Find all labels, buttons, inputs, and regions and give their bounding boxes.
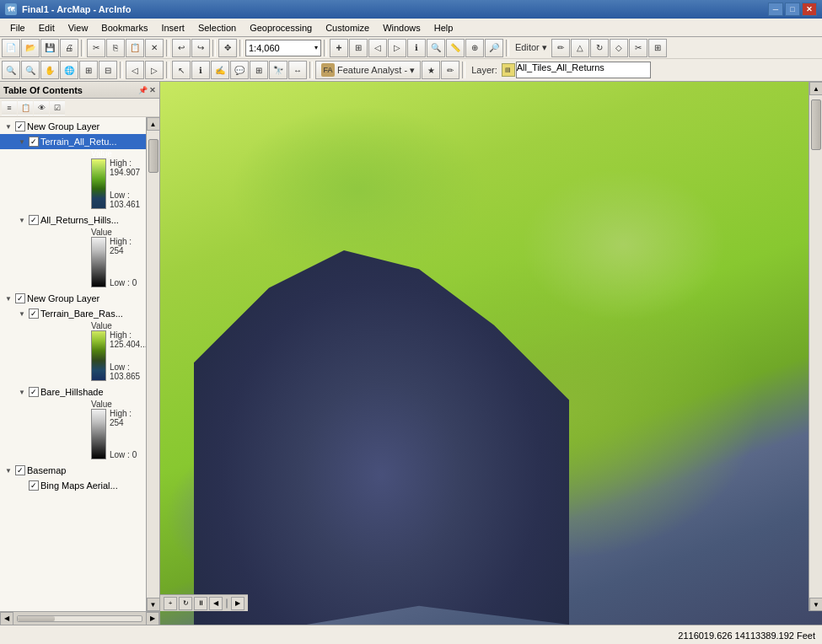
toc-scroll-up-button[interactable]: ▲ [147, 117, 160, 131]
fa-extra-button[interactable]: ★ [422, 61, 440, 79]
measure-button[interactable]: 📏 [446, 39, 465, 57]
group-layer-2-row[interactable]: ▼ New Group Layer [0, 291, 146, 306]
terrain-all-returns-row[interactable]: ▼ Terrain_All_Retu... [0, 134, 146, 149]
close-button[interactable]: ✕ [802, 3, 817, 16]
table-button[interactable]: ⊞ [250, 61, 268, 79]
toc-list-view-button[interactable]: ≡ [2, 100, 17, 115]
sketch-tool-button[interactable]: △ [571, 39, 589, 57]
find-button[interactable]: 🔎 [485, 39, 503, 57]
terrain-ar-expand-icon[interactable]: ▼ [17, 137, 27, 147]
map-refresh-button[interactable]: ↻ [179, 597, 192, 610]
group-layer-1-row[interactable]: ▼ New Group Layer [0, 119, 146, 134]
identify-button[interactable]: ℹ [407, 39, 426, 57]
binoculars-button[interactable]: 🔭 [269, 61, 287, 79]
pan-button[interactable]: ✥ [218, 39, 237, 57]
fwd-nav-button[interactable]: ▷ [145, 61, 164, 79]
toc-scroll-thumb[interactable] [148, 139, 158, 173]
map-scroll-down-button[interactable]: ▼ [809, 598, 822, 611]
all-returns-hills-row[interactable]: ▼ All_Returns_Hills... [0, 212, 146, 228]
editor-dropdown[interactable]: Editor ▾ [512, 42, 551, 53]
group-2-checkbox[interactable] [15, 293, 25, 303]
save-button[interactable]: 💾 [40, 39, 59, 57]
back-nav-button[interactable]: ◁ [126, 61, 144, 79]
swipe-button[interactable]: ↔ [288, 61, 307, 79]
all-rh-expand-icon[interactable]: ▼ [17, 215, 27, 225]
go-to-xy-button[interactable]: ⊕ [465, 39, 484, 57]
scale-input[interactable]: 1:4,060 ▾ [245, 40, 321, 56]
window-controls[interactable]: ─ □ ✕ [768, 3, 817, 16]
basemap-expand-icon[interactable]: ▼ [3, 465, 13, 475]
merge-button[interactable]: ⊞ [648, 39, 667, 57]
map-scroll-track[interactable] [809, 95, 822, 598]
fixed-zoom-out[interactable]: ⊟ [99, 61, 117, 79]
toc-visible-view-button[interactable]: 👁 [34, 100, 49, 115]
menu-file[interactable]: File [3, 21, 32, 35]
map-scroll-up-button[interactable]: ▲ [809, 82, 822, 95]
bare-h-checkbox[interactable] [29, 387, 39, 397]
toc-scroll-track[interactable] [147, 131, 159, 598]
open-button[interactable]: 📂 [21, 39, 40, 57]
zoom-full-button[interactable]: ⊞ [349, 39, 368, 57]
paste-button[interactable]: 📋 [126, 39, 144, 57]
toc-horizontal-scrollbar[interactable]: ◀ ▶ [0, 611, 159, 625]
select-button[interactable]: ↖ [172, 61, 191, 79]
delete-button[interactable]: ✕ [145, 39, 164, 57]
menu-edit[interactable]: Edit [32, 21, 62, 35]
menu-geoprocessing[interactable]: Geoprocessing [243, 21, 319, 35]
edit-tool-button[interactable]: ✏ [551, 39, 570, 57]
map-pause-button[interactable]: ⏸ [194, 597, 207, 610]
terrain-ar-checkbox[interactable] [29, 137, 39, 147]
bing-checkbox[interactable] [29, 480, 39, 491]
menu-windows[interactable]: Windows [376, 21, 427, 35]
toc-pin-button[interactable]: 📌 [138, 86, 148, 94]
terrain-bare-row[interactable]: ▼ Terrain_Bare_Ras... [0, 306, 146, 321]
group-2-expand-icon[interactable]: ▼ [3, 293, 13, 303]
menu-selection[interactable]: Selection [191, 21, 243, 35]
vertex-button[interactable]: ◇ [610, 39, 628, 57]
edit-text-button[interactable]: ✍ [211, 61, 229, 79]
zoom-out-map-button[interactable]: 🔍 [21, 61, 40, 79]
toc-scroll-left-button[interactable]: ◀ [0, 612, 13, 625]
terrain-b-checkbox[interactable] [29, 309, 39, 319]
info-button[interactable]: ℹ [191, 61, 210, 79]
map-h-scroll-track[interactable] [226, 598, 228, 609]
cut-button[interactable]: ✂ [87, 39, 105, 57]
bare-h-expand-icon[interactable]: ▼ [17, 387, 27, 397]
menu-customize[interactable]: Customize [319, 21, 376, 35]
terrain-b-expand-icon[interactable]: ▼ [17, 309, 27, 319]
bing-maps-row[interactable]: Bing Maps Aerial... [0, 478, 146, 493]
menu-insert[interactable]: Insert [154, 21, 191, 35]
toc-header-controls[interactable]: 📌 ✕ [138, 86, 156, 94]
search-button[interactable]: 🔍 [427, 39, 445, 57]
print-button[interactable]: 🖨 [60, 39, 78, 57]
bare-hillshade-row[interactable]: ▼ Bare_Hillshade [0, 384, 146, 400]
map-add-button[interactable]: + [164, 597, 177, 610]
new-map-button[interactable]: 📄 [2, 39, 20, 57]
copy-button[interactable]: ⎘ [106, 39, 125, 57]
layer-select-dropdown[interactable]: All_Tiles_All_Returns [516, 62, 651, 78]
fixed-zoom-in[interactable]: ⊞ [79, 61, 98, 79]
zoom-in-button[interactable]: + [330, 39, 348, 57]
group-1-checkbox[interactable] [15, 121, 25, 131]
globe-button[interactable]: 🌐 [60, 61, 78, 79]
redo-button[interactable]: ↪ [191, 39, 210, 57]
map-scroll-thumb[interactable] [811, 99, 821, 150]
menu-help[interactable]: Help [427, 21, 460, 35]
toc-vertical-scrollbar[interactable]: ▲ ▼ [146, 117, 159, 611]
zoom-forward-button[interactable]: ▷ [388, 39, 406, 57]
zoom-in-map-button[interactable]: 🔍 [2, 61, 20, 79]
zoom-back-button[interactable]: ◁ [368, 39, 387, 57]
toc-h-scroll-thumb[interactable] [18, 616, 55, 621]
map-area[interactable]: ▲ ▼ + ↻ ⏸ ◀ ▶ [160, 82, 822, 625]
toc-selection-view-button[interactable]: ☑ [50, 100, 65, 115]
toc-source-view-button[interactable]: 📋 [18, 100, 33, 115]
basemap-checkbox[interactable] [15, 465, 25, 475]
group-1-expand-icon[interactable]: ▼ [3, 121, 13, 131]
basemap-row[interactable]: ▼ Basemap [0, 463, 146, 478]
all-rh-checkbox[interactable] [29, 215, 39, 225]
hand-button[interactable]: ✋ [40, 61, 59, 79]
minimize-button[interactable]: ─ [768, 3, 783, 16]
fa-pencil-button[interactable]: ✏ [441, 61, 459, 79]
feature-analyst-button[interactable]: FA Feature Analyst - ▾ [315, 61, 421, 79]
toc-h-scroll-track[interactable] [17, 615, 142, 622]
